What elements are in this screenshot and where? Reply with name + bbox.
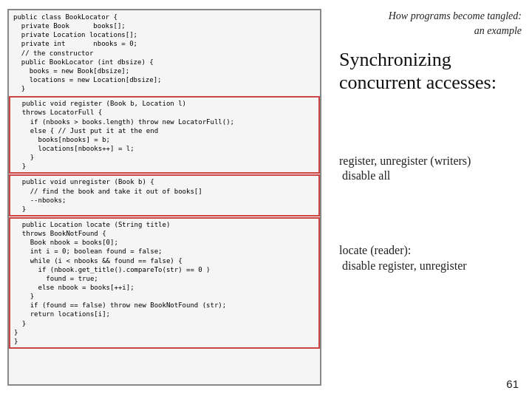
code-section-1: public class BookLocator { private Book …	[9, 10, 320, 95]
heading-line2: concurrent accesses:	[339, 71, 522, 94]
heading-block: Synchronizing concurrent accesses:	[339, 48, 522, 94]
locate-text-line2: disable register, unregister	[339, 259, 522, 274]
locate-text-line1: locate (reader):	[339, 243, 522, 259]
slide-subtitle: How programs become tangled: an example	[339, 9, 522, 38]
code-section-2-highlight: public void register (Book b, Location l…	[9, 96, 320, 174]
code-section-4-highlight: public Location locate (String title) th…	[9, 217, 320, 349]
register-text-line2: disable all	[339, 168, 522, 184]
register-text-line1: register, unregister (writers)	[339, 154, 522, 169]
code-panel: public class BookLocator { private Book …	[0, 0, 329, 399]
code-text-2: public void register (Book b, Location l…	[14, 99, 315, 171]
code-text-1: public class BookLocator { private Book …	[13, 13, 316, 93]
main-container: public class BookLocator { private Book …	[0, 0, 532, 399]
code-section-3-highlight: public void unregister (Book b) { // fin…	[9, 174, 320, 216]
heading-line1: Synchronizing	[339, 48, 522, 71]
locate-block: locate (reader): disable register, unreg…	[339, 243, 522, 274]
code-text-3: public void unregister (Book b) { // fin…	[14, 177, 315, 214]
register-block: register, unregister (writers) disable a…	[339, 154, 522, 185]
right-panel: How programs become tangled: an example …	[329, 0, 532, 399]
page-number: 61	[506, 378, 519, 390]
code-block: public class BookLocator { private Book …	[7, 9, 321, 386]
code-text-4: public Location locate (String title) th…	[14, 220, 315, 346]
